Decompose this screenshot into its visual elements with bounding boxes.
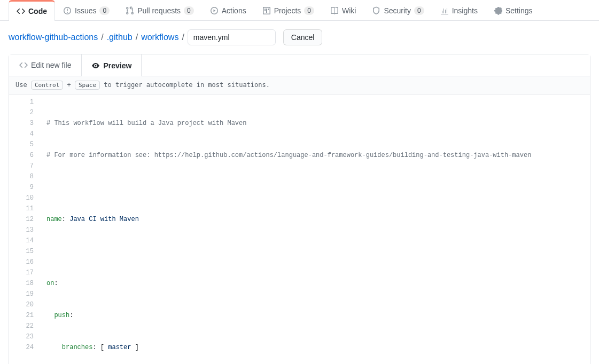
projects-counter: 0 (304, 6, 314, 15)
key-space: Space (75, 81, 100, 90)
breadcrumb: workflow-github-actions / .github / work… (0, 21, 599, 54)
shield-icon (372, 6, 380, 15)
tab-actions[interactable]: Actions (202, 0, 254, 20)
breadcrumb-sep: / (182, 33, 184, 42)
file-tab-preview[interactable]: Preview (81, 54, 142, 76)
code-editor[interactable]: 123456789101112131415161718192021222324 … (9, 94, 590, 364)
tab-pulls-label: Pull requests (137, 6, 181, 15)
pulls-counter: 0 (184, 6, 194, 15)
breadcrumb-dir1[interactable]: .github (107, 33, 133, 42)
issues-icon (63, 6, 72, 15)
tab-issues-label: Issues (75, 6, 96, 15)
gear-icon (494, 6, 502, 15)
book-icon (330, 6, 339, 15)
filename-input[interactable] (188, 29, 276, 45)
breadcrumb-sep: / (101, 33, 103, 42)
cancel-button[interactable]: Cancel (283, 29, 323, 45)
issues-counter: 0 (99, 6, 110, 15)
file-tab-edit-label: Edit new file (31, 61, 71, 69)
tab-settings[interactable]: Settings (486, 0, 541, 20)
tab-settings-label: Settings (505, 6, 533, 15)
breadcrumb-repo[interactable]: workflow-github-actions (9, 33, 98, 42)
tab-security[interactable]: Security 0 (364, 0, 432, 20)
repo-tabnav: Code Issues 0 Pull requests 0 Actions Pr… (0, 0, 599, 21)
line-numbers: 123456789101112131415161718192021222324 (9, 94, 41, 364)
tab-wiki-label: Wiki (342, 6, 356, 15)
eye-icon (91, 61, 100, 70)
tab-projects-label: Projects (274, 6, 301, 15)
tab-actions-label: Actions (222, 6, 246, 15)
file-tab-edit[interactable]: Edit new file (9, 54, 81, 76)
code-icon (17, 7, 25, 15)
graph-icon (440, 6, 449, 15)
project-icon (262, 6, 271, 15)
file-tabs: Edit new file Preview (9, 54, 590, 76)
tab-code[interactable]: Code (9, 0, 55, 21)
tab-code-label: Code (28, 7, 47, 15)
code-icon (19, 61, 28, 69)
breadcrumb-sep: / (136, 33, 138, 42)
tab-wiki[interactable]: Wiki (322, 0, 364, 20)
tab-pulls[interactable]: Pull requests 0 (118, 0, 202, 20)
security-counter: 0 (414, 6, 424, 15)
tab-issues[interactable]: Issues 0 (55, 0, 118, 20)
key-control: Control (31, 81, 63, 90)
breadcrumb-dir2[interactable]: workflows (141, 33, 178, 42)
play-icon (210, 6, 219, 15)
tab-projects[interactable]: Projects 0 (254, 0, 322, 20)
tab-insights[interactable]: Insights (432, 0, 486, 20)
code-content[interactable]: # This workflow will build a Java projec… (41, 94, 590, 364)
tab-insights-label: Insights (452, 6, 478, 15)
file-editor-box: Edit new file Preview Use Control + Spac… (9, 54, 590, 364)
git-pull-request-icon (126, 6, 134, 15)
file-tab-preview-label: Preview (103, 61, 131, 70)
autocomplete-hint: Use Control + Space to trigger autocompl… (9, 76, 590, 94)
tab-security-label: Security (384, 6, 411, 15)
